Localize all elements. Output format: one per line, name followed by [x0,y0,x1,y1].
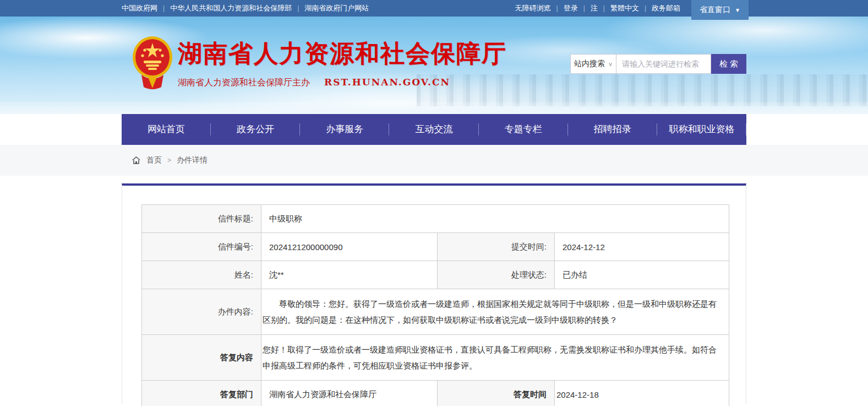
search-input[interactable] [616,54,711,74]
site-search: 站内搜索 ∨ 检 索 [570,54,746,74]
national-emblem-logo [132,35,173,93]
site-domain: RST.HUNAN.GOV.CN [324,77,450,88]
breadcrumb-bar: 首页 > 办件详情 [0,145,868,176]
chevron-down-icon: ∨ [608,61,613,68]
link-login[interactable]: 登录 [564,3,578,13]
reply-time-label: 答复时间 [438,381,555,406]
content-value: 尊敬的领导：您好。获得了一级造价或者一级建造师，根据国家相关规定就等同于中级职称… [261,289,729,335]
status-value: 已办结 [555,261,729,289]
table-row: 信件编号: 2024121200000090 提交时间: 2024-12-12 [142,233,729,261]
table-row: 信件标题: 中级职称 [142,205,729,233]
main-navigation: 网站首页 政务公开 办事服务 互动交流 专题专栏 招聘招录 职称和职业资格 [0,114,868,145]
status-label: 处理状态: [438,261,555,289]
breadcrumb-separator: > [167,156,171,164]
nav-item-recruitment[interactable]: 招聘招录 [568,114,657,145]
search-scope-select[interactable]: 站内搜索 ∨ [570,54,616,74]
name-label: 姓名: [142,261,261,289]
table-row: 答复部门 湖南省人力资源和社会保障厅 答复时间 2024-12-18 [142,381,729,406]
search-button[interactable]: 检 索 [711,54,746,74]
breadcrumb-current: 办件详情 [177,155,208,165]
reply-content-label: 答复内容 [142,335,261,381]
chevron-down-icon: ▼ [735,7,740,13]
submit-time-label: 提交时间: [438,233,555,261]
detail-panel: 信件标题: 中级职称 信件编号: 2024121200000090 提交时间: … [122,183,746,404]
link-traditional-chinese[interactable]: 繁體中文 [610,3,639,13]
header-banner: 湖南省人力资源和社会保障厅 湖南省人力资源和社会保障厅主办 RST.HUNAN.… [0,17,868,114]
separator: | [556,4,558,12]
nav-item-special-topics[interactable]: 专题专栏 [479,114,568,145]
nav-item-titles-qualifications[interactable]: 职称和职业资格 [657,114,746,145]
letter-title-value: 中级职称 [261,205,729,233]
reply-content-value: 您好！取得了一级造价或者一级建造师职业资格证书，直接认可具备工程师职称，无需换发… [261,335,729,381]
letter-number-label: 信件编号: [142,233,261,261]
separator: | [583,4,585,12]
site-host-note: 湖南省人力资源和社会保障厅主办 [178,77,310,89]
submit-time-value: 2024-12-12 [555,233,729,261]
separator: | [603,4,605,12]
province-windows-label: 省直窗口 [700,5,730,15]
reply-dept-label: 答复部门 [142,381,261,406]
link-register[interactable]: 注 [591,3,598,13]
separator: | [645,4,646,12]
nav-item-interaction[interactable]: 互动交流 [389,114,478,145]
top-bar: 中国政府网 | 中华人民共和国人力资源和社会保障部 | 湖南省政府门户网站 无障… [0,0,868,17]
topbar-left-links: 中国政府网 | 中华人民共和国人力资源和社会保障部 | 湖南省政府门户网站 [122,3,369,13]
search-scope-label: 站内搜索 [574,59,605,69]
nav-item-services[interactable]: 办事服务 [300,114,389,145]
link-china-gov[interactable]: 中国政府网 [122,3,157,13]
spacer [0,176,868,183]
home-icon [132,156,141,165]
separator: | [297,4,299,12]
letter-detail-table: 信件标题: 中级职称 信件编号: 2024121200000090 提交时间: … [141,204,729,406]
reply-dept-value: 湖南省人力资源和社会保障厅 [261,381,438,406]
table-row: 办件内容: 尊敬的领导：您好。获得了一级造价或者一级建造师，根据国家相关规定就等… [142,289,729,335]
content-label: 办件内容: [142,289,261,335]
breadcrumb-home-label: 首页 [146,155,162,165]
content-area: 信件标题: 中级职称 信件编号: 2024121200000090 提交时间: … [0,183,868,404]
table-row: 姓名: 沈** 处理状态: 已办结 [142,261,729,289]
table-row: 答复内容 您好！取得了一级造价或者一级建造师职业资格证书，直接认可具备工程师职称… [142,335,729,381]
nav-item-gov-disclosure[interactable]: 政务公开 [211,114,300,145]
letter-title-label: 信件标题: [142,205,261,233]
name-value: 沈** [261,261,438,289]
link-accessibility[interactable]: 无障碍浏览 [515,3,551,13]
reply-time-value: 2024-12-18 [555,381,729,406]
site-title: 湖南省人力资源和社会保障厅 [178,37,507,70]
topbar-right-links: 无障碍浏览 | 登录 | 注 | 繁體中文 | 政务邮箱 [515,3,681,13]
nav-item-home[interactable]: 网站首页 [122,114,211,145]
link-gov-mail[interactable]: 政务邮箱 [652,3,680,13]
breadcrumb-home-link[interactable]: 首页 [132,155,162,165]
province-windows-dropdown[interactable]: 省直窗口 ▼ [691,0,749,20]
link-mohrss[interactable]: 中华人民共和国人力资源和社会保障部 [170,3,292,13]
separator: | [163,4,165,12]
link-hunan-gov-portal[interactable]: 湖南省政府门户网站 [304,3,369,13]
letter-number-value: 2024121200000090 [261,233,438,261]
